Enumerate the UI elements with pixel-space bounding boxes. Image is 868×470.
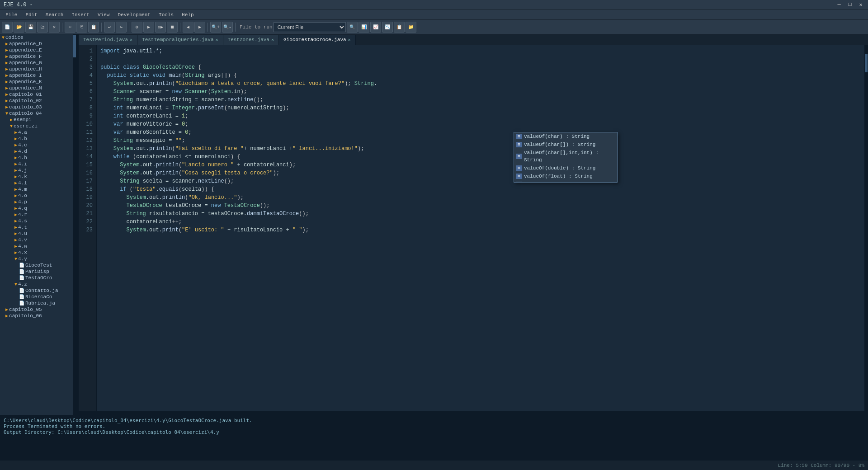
- autocomplete-item[interactable]: m valueOf(int) : String: [514, 180, 617, 182]
- list-item[interactable]: 📄GiocoTest: [0, 262, 73, 268]
- toolbar-graph4[interactable]: 📋: [394, 22, 405, 33]
- toolbar-graph1[interactable]: 📊: [359, 22, 369, 33]
- autocomplete-item[interactable]: m valueOf(char[],int,int) : String: [514, 149, 617, 164]
- list-item[interactable]: ▶appendice_M: [0, 85, 73, 91]
- list-item[interactable]: ▶appendice_G: [0, 60, 73, 66]
- list-item[interactable]: ▶appendice_H: [0, 66, 73, 72]
- list-item[interactable]: ▶4.k: [0, 174, 73, 180]
- list-item[interactable]: 📄TestaOCro: [0, 275, 73, 281]
- list-item[interactable]: 📄Rubrica.ja: [0, 300, 73, 306]
- list-item[interactable]: ▶4.h: [0, 155, 73, 161]
- menu-tools[interactable]: Tools: [155, 11, 177, 19]
- list-item[interactable]: ▶4.t: [0, 224, 73, 230]
- sidebar-scroll-thumb[interactable]: [73, 35, 76, 57]
- toolbar-build[interactable]: ⚙: [132, 22, 142, 33]
- toolbar-zoom-in[interactable]: 🔍+: [210, 22, 221, 33]
- toolbar-graph2[interactable]: 📈: [370, 22, 381, 33]
- toolbar-graph5[interactable]: 📁: [406, 22, 416, 33]
- list-item[interactable]: ▶4.l: [0, 180, 73, 186]
- toolbar-save-all[interactable]: 🗂: [37, 22, 48, 33]
- toolbar-redo[interactable]: ↪: [116, 22, 127, 33]
- toolbar-search[interactable]: 🔍: [347, 22, 358, 33]
- toolbar-stop[interactable]: ⏹: [167, 22, 178, 33]
- list-item[interactable]: ▼4.y: [0, 256, 73, 262]
- menu-help[interactable]: Help: [178, 11, 197, 19]
- menu-view[interactable]: View: [94, 11, 113, 19]
- tab-testzones[interactable]: TestZones.java ✕: [223, 35, 279, 45]
- toolbar-graph3[interactable]: 📉: [382, 22, 393, 33]
- toolbar-run[interactable]: ▶: [143, 22, 154, 33]
- list-item[interactable]: ▶4.d: [0, 148, 73, 155]
- tab-close-testperiod[interactable]: ✕: [130, 37, 132, 42]
- menu-search[interactable]: Search: [42, 11, 67, 19]
- autocomplete-item[interactable]: m valueOf(double) : String: [514, 164, 617, 172]
- list-item[interactable]: ▶4.c: [0, 142, 73, 148]
- editor-vertical-scrollbar[interactable]: [864, 45, 868, 411]
- list-item[interactable]: ▶esempi: [0, 117, 73, 123]
- list-item[interactable]: ▶appendice_K: [0, 79, 73, 85]
- autocomplete-item[interactable]: m valueOf(char[]) : String: [514, 141, 617, 149]
- toolbar-undo[interactable]: ↩: [104, 22, 115, 33]
- list-item[interactable]: ▼esercizi: [0, 123, 73, 129]
- toolbar-cut[interactable]: ✂: [65, 22, 75, 33]
- list-item[interactable]: ▶capitolo_01: [0, 91, 73, 98]
- menu-insert[interactable]: Insert: [68, 11, 93, 19]
- list-item[interactable]: ▶capitolo_05: [0, 306, 73, 313]
- code-editor[interactable]: import java.util.*; public class GiocoTe…: [97, 45, 864, 411]
- toolbar-paste[interactable]: 📋: [88, 22, 99, 33]
- list-item[interactable]: 📄PariDisp: [0, 268, 73, 275]
- toolbar-next[interactable]: ▶: [194, 22, 205, 33]
- list-item[interactable]: ▶4.j: [0, 167, 73, 174]
- list-item[interactable]: ▶4.a: [0, 129, 73, 136]
- list-item[interactable]: ▶4.w: [0, 243, 73, 249]
- file-to-run-select[interactable]: Current File: [274, 22, 346, 32]
- toolbar-prev[interactable]: ◀: [183, 22, 193, 33]
- menu-file[interactable]: File: [2, 11, 21, 19]
- sidebar-scrollbar[interactable]: [73, 34, 76, 415]
- list-item[interactable]: ▶capitolo_03: [0, 104, 73, 110]
- list-item[interactable]: ▶4.b: [0, 136, 73, 142]
- tab-close-testzones[interactable]: ✕: [271, 37, 274, 42]
- list-item[interactable]: ▶appendice_E: [0, 47, 73, 53]
- tab-giocotest[interactable]: GiocoTestaOCroce.java ✕: [279, 35, 356, 45]
- list-item[interactable]: ▶4.m: [0, 186, 73, 193]
- toolbar-open[interactable]: 📂: [14, 22, 24, 33]
- tab-close-giocotest[interactable]: ✕: [348, 37, 351, 42]
- list-item[interactable]: 📄RicercaCo: [0, 294, 73, 300]
- list-item[interactable]: ▶4.r: [0, 212, 73, 218]
- sidebar-content[interactable]: ▼ Codice ▶appendice_D ▶appendice_E ▶appe…: [0, 34, 73, 415]
- toolbar-save[interactable]: 💾: [25, 22, 36, 33]
- list-item[interactable]: ▶4.x: [0, 249, 73, 256]
- close-button[interactable]: ✕: [857, 1, 864, 8]
- toolbar-copy[interactable]: ⎘: [76, 22, 87, 33]
- toolbar-new[interactable]: 📄: [2, 22, 13, 33]
- maximize-button[interactable]: □: [846, 1, 854, 8]
- menu-edit[interactable]: Edit: [22, 11, 41, 19]
- list-item[interactable]: ▼4.z: [0, 281, 73, 287]
- tab-testtemporalqueries[interactable]: TestTemporalQueries.java ✕: [137, 35, 223, 45]
- editor-horizontal-scrollbar[interactable]: [79, 411, 868, 415]
- list-item[interactable]: ▼capitolo_04: [0, 110, 73, 117]
- list-item[interactable]: ▶4.i: [0, 161, 73, 167]
- list-item[interactable]: ▶capitolo_06: [0, 313, 73, 319]
- autocomplete-item[interactable]: m valueOf(float) : String: [514, 172, 617, 180]
- editor-scroll-thumb[interactable]: [865, 54, 868, 72]
- minimize-button[interactable]: ─: [835, 1, 843, 8]
- list-item[interactable]: ▶appendice_I: [0, 72, 73, 79]
- autocomplete-item[interactable]: m valueOf(char) : String: [514, 132, 617, 141]
- list-item[interactable]: ▶4.u: [0, 230, 73, 237]
- autocomplete-popup[interactable]: m valueOf(char) : String m valueOf(char[…: [514, 132, 618, 183]
- list-item[interactable]: ▶appendice_F: [0, 53, 73, 60]
- list-item[interactable]: ▶appendice_D: [0, 41, 73, 47]
- sidebar-root[interactable]: ▼ Codice: [0, 34, 73, 41]
- list-item[interactable]: ▶4.v: [0, 237, 73, 243]
- toolbar-close[interactable]: ✕: [49, 22, 60, 33]
- menu-development[interactable]: Development: [114, 11, 154, 19]
- tab-close-testtemporalqueries[interactable]: ✕: [216, 37, 218, 42]
- list-item[interactable]: ▶4.p: [0, 199, 73, 205]
- list-item[interactable]: ▶capitolo_02: [0, 98, 73, 104]
- list-item[interactable]: ▶4.q: [0, 205, 73, 212]
- list-item[interactable]: 📄Contatto.ja: [0, 287, 73, 294]
- tab-testperiod[interactable]: TestPeriod.java ✕: [79, 35, 137, 45]
- list-item[interactable]: ▶4.s: [0, 218, 73, 224]
